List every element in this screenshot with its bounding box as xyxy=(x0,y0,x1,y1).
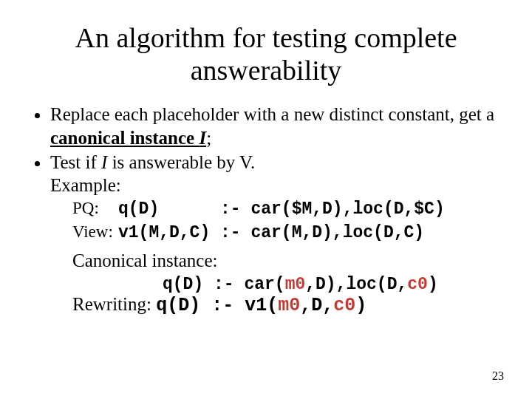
slide: An algorithm for testing complete answer… xyxy=(0,0,532,399)
example-label: Example: xyxy=(50,175,495,196)
pq-label: PQ: xyxy=(72,197,118,219)
bullet-1-canonical: canonical instance xyxy=(50,128,199,148)
bullet-1-text-a: Replace each placeholder with a new dist… xyxy=(50,104,494,124)
rewrite-m0: m0 xyxy=(278,295,300,316)
bullet-2-text-c: is answerable by V. xyxy=(107,152,255,172)
bullet-2: Test if I is answerable by V. xyxy=(50,151,495,174)
view-head: v1(M,D,C) xyxy=(118,223,210,242)
view-sep: :- xyxy=(210,223,250,242)
pq-sep: :- xyxy=(159,200,250,219)
canon-head: q(D) :- car( xyxy=(163,275,285,294)
slide-title: An algorithm for testing complete answer… xyxy=(37,22,495,86)
pq-body: car($M,D),loc(D,$C) xyxy=(250,200,444,219)
bullet-list: Replace each placeholder with a new dist… xyxy=(50,103,495,174)
page-number: 23 xyxy=(492,369,504,383)
view-label: View: xyxy=(72,221,118,243)
canon-mid: ,D),loc(D, xyxy=(305,275,407,294)
bullet-1-I: I xyxy=(199,128,206,148)
bullet-1: Replace each placeholder with a new dist… xyxy=(50,103,495,149)
canon-tail: ) xyxy=(428,275,438,294)
rewrite-c0: c0 xyxy=(333,295,355,316)
canonical-label: Canonical instance: xyxy=(72,250,495,271)
canon-m0: m0 xyxy=(285,275,306,294)
canon-c0: c0 xyxy=(407,275,428,294)
bullet-2-text-a: Test if xyxy=(50,152,101,172)
rewrite-head: q(D) :- v1( xyxy=(156,295,278,316)
view-body: car(M,D),loc(D,C) xyxy=(250,223,424,242)
canonical-line: q(D) :- car(m0,D),loc(D,c0) xyxy=(163,274,495,294)
bullet-1-text-d: ; xyxy=(206,128,211,148)
rewrite-label: Rewriting: xyxy=(72,294,156,314)
pq-head: q(D) xyxy=(118,200,159,219)
rewrite-line: Rewriting: q(D) :- v1(m0,D,c0) xyxy=(72,294,495,316)
rewrite-mid: ,D, xyxy=(300,295,333,316)
rewrite-tail: ) xyxy=(355,295,366,316)
code-block: PQ:q(D) :- car($M,D),loc(D,$C) View:v1(M… xyxy=(72,197,495,245)
